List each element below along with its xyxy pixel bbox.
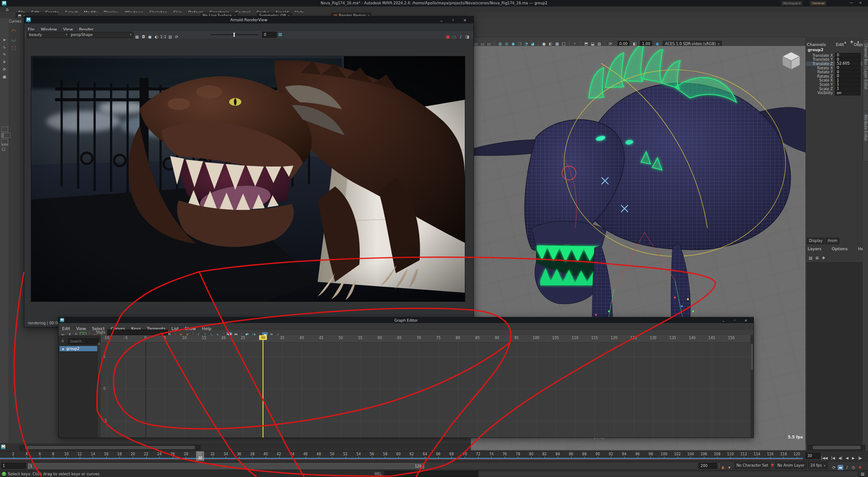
channel-name[interactable]: Rotate Z [806, 74, 835, 78]
aa-samples-icon[interactable]: ● [147, 34, 153, 40]
timeline-frame-label[interactable]: 82 [540, 452, 549, 456]
layer-editor-menu[interactable]: Layers [808, 246, 821, 251]
tab-channel-box[interactable]: Channel Box / Layer Editor [863, 39, 868, 112]
refresh-render-icon[interactable]: ⟳ [174, 34, 179, 40]
ab-compare-icon[interactable]: ◨ [464, 34, 470, 40]
selected-object-label[interactable]: group2 [808, 48, 823, 52]
current-time-marker[interactable]: 30 [196, 451, 204, 462]
timeline-frame-label[interactable]: 110 [726, 452, 735, 456]
channel-name[interactable]: Translate Y [806, 57, 835, 62]
new-layer-assign-icon[interactable]: ⊞ [814, 255, 820, 261]
channel-name[interactable]: Visibility [806, 91, 835, 95]
timeline-frame-label[interactable]: 4 [22, 452, 31, 456]
rotate-tool-icon[interactable]: ⟳ [0, 67, 9, 72]
timeline-frame-label[interactable]: 14 [89, 452, 97, 456]
timeline-frame-label[interactable]: 120 [792, 452, 801, 456]
stats-value-field[interactable] [137, 330, 168, 335]
timeline-frame-label[interactable]: 52 [341, 452, 350, 456]
timeline-frame-label[interactable]: 54 [354, 452, 363, 456]
timeline-frame-label[interactable]: 64 [421, 452, 429, 456]
channel-name[interactable]: Rotate X [806, 66, 835, 70]
actual-pixel-size-icon[interactable]: 1:1 [160, 34, 166, 40]
timeline-frame-label[interactable]: 118 [779, 452, 788, 456]
channel-name[interactable]: Translate X [806, 53, 835, 58]
channel-name[interactable]: Scale Z [806, 87, 835, 91]
snapshot-icon[interactable]: ▦ [134, 34, 140, 40]
timeline-frame-label[interactable]: 24 [155, 452, 164, 456]
timeline-frame-label[interactable]: 74 [487, 452, 496, 456]
exposure-slider[interactable] [211, 34, 259, 35]
audio-toggle-icon[interactable]: ♪ [458, 34, 464, 40]
timeline-frame-label[interactable]: 34 [221, 452, 230, 456]
display-mode-icon[interactable]: ▥ [167, 34, 173, 40]
time-slider[interactable]: 2468101214161820222426283032343638404244… [0, 451, 868, 461]
channel-value-field[interactable]: on [835, 91, 861, 95]
timeline-frame-label[interactable]: 40 [261, 452, 270, 456]
stop-render-icon[interactable]: ■ [445, 34, 450, 40]
animation-end-field[interactable]: 200 [699, 463, 717, 469]
timeline-frame-label[interactable]: 44 [288, 452, 296, 456]
channel-name[interactable]: Scale Y [806, 82, 835, 87]
range-slider-track[interactable]: 1 ∷ 120 [27, 462, 698, 470]
layout-split-button[interactable] [1, 133, 10, 138]
timeline-frame-label[interactable]: 86 [567, 452, 575, 456]
timeline-frame-label[interactable]: 100 [660, 452, 668, 456]
range-start-handle[interactable] [28, 464, 30, 469]
timeline-frame-label[interactable]: 26 [168, 452, 177, 456]
timeline-frame-label[interactable]: 42 [275, 452, 283, 456]
close-button[interactable]: ✕ [859, 1, 862, 5]
timeline-frame-label[interactable]: 68 [447, 452, 456, 456]
timeline-frame-label[interactable]: 58 [381, 452, 389, 456]
range-grip[interactable]: ∷ [223, 464, 225, 469]
timeline-frame-label[interactable]: 84 [553, 452, 562, 456]
exposure-value-field[interactable]: 0 [262, 32, 277, 38]
arnold-renderview-window[interactable]: M Arnold RenderView ⌄ ＾ ✕ FileWindowView… [24, 16, 474, 327]
timeline-frame-label[interactable]: 66 [434, 452, 443, 456]
timeline-frame-label[interactable]: 20 [128, 452, 137, 456]
graph-vscrollbar[interactable] [750, 335, 753, 438]
timeline-frame-label[interactable]: 46 [301, 452, 310, 456]
timeline-frame-label[interactable]: 92 [607, 452, 615, 456]
select-tool-icon[interactable]: ➤ [0, 37, 9, 43]
surface-shelf-icon[interactable]: ◡ [11, 36, 16, 42]
horizontal-scrollbar[interactable] [20, 445, 201, 450]
zoom-tool-icon[interactable]: ○ [2, 147, 6, 151]
graph-current-frame-flag[interactable]: 30 [259, 335, 267, 340]
command-input[interactable] [385, 471, 479, 477]
tab-attribute-editor[interactable]: Attribute Editor [863, 111, 868, 162]
timeline-frame-label[interactable]: 116 [766, 452, 775, 456]
timeline-frame-label[interactable]: 108 [713, 452, 721, 456]
channel-box-menu[interactable]: Channels [807, 42, 826, 47]
timeline-frame-label[interactable]: 22 [142, 452, 151, 456]
timeline-frame-label[interactable]: 90 [593, 452, 602, 456]
fps-dropdown[interactable]: 24 fps▾ [808, 462, 828, 469]
filter-icon[interactable]: ⠿ [60, 339, 66, 344]
graph-editor-title-bar[interactable]: M Graph Editor ⌄ ＾ ✕ [59, 317, 753, 323]
workspace-selector[interactable]: General [809, 0, 827, 6]
timeline-frame-label[interactable]: 50 [328, 452, 336, 456]
lasso-tool-icon[interactable]: ∿ [0, 45, 9, 50]
timeline-frame-label[interactable]: 6 [36, 452, 44, 456]
graph-area[interactable]: -10-505101520253035404550556065707580859… [101, 335, 750, 438]
timeline-frame-label[interactable]: 16 [102, 452, 111, 456]
home-icon[interactable]: ⌂ [6, 7, 8, 12]
graph-search-input[interactable] [68, 338, 99, 344]
timeline-frame-label[interactable]: 104 [686, 452, 695, 456]
animation-start-field[interactable]: 1 [1, 463, 26, 469]
timeline-frame-label[interactable]: 60 [394, 452, 403, 456]
expand-icon[interactable]: ▪ [61, 346, 65, 352]
channel-name[interactable]: Scale X [806, 78, 835, 82]
timeline-frame-label[interactable]: 80 [527, 452, 536, 456]
timeline-frame-label[interactable]: 2 [9, 452, 18, 456]
timeline-frame-label[interactable]: 28 [181, 452, 190, 456]
timeline-frame-label[interactable]: 102 [673, 452, 682, 456]
channel-box-menu[interactable]: Edit [836, 42, 844, 47]
graph-current-time-line[interactable] [263, 335, 263, 438]
aov-dropdown[interactable]: beauty▾ [27, 32, 69, 38]
timeline-frame-label[interactable]: 12 [76, 452, 84, 456]
range-end-handle[interactable] [423, 464, 424, 469]
minimized-window-icon[interactable]: M [1, 444, 6, 449]
arnold-window-buttons[interactable]: ⌄ ＾ ✕ [440, 18, 470, 23]
timeline-frame-label[interactable]: 18 [115, 452, 124, 456]
layer-editor-tab[interactable]: Anim [825, 238, 839, 244]
